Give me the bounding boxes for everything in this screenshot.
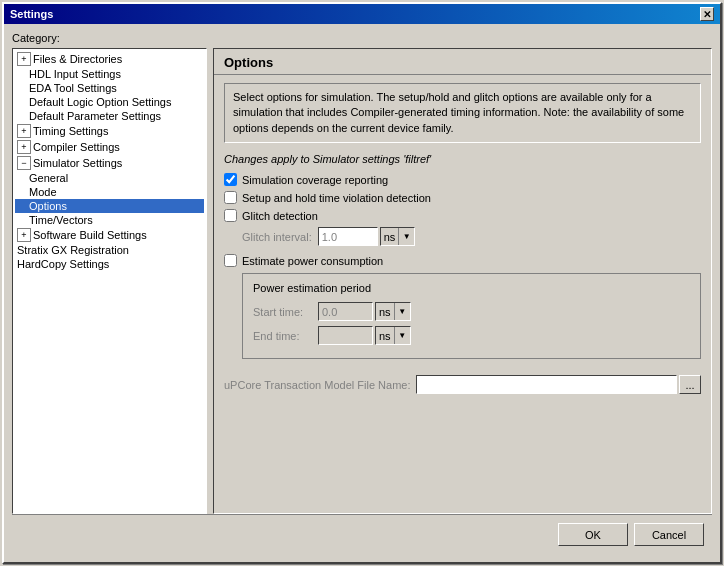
- sidebar-item-hardcopy[interactable]: HardCopy Settings: [15, 257, 204, 271]
- end-time-label: End time:: [253, 330, 318, 342]
- estimate-power-checkbox[interactable]: [224, 254, 237, 267]
- changes-label: Changes apply to Simulator settings 'fil…: [224, 153, 701, 165]
- sidebar-item-timing[interactable]: + Timing Settings: [15, 123, 204, 139]
- sidebar-item-general[interactable]: General: [15, 171, 204, 185]
- glitch-ns-label: ns: [381, 231, 399, 243]
- sidebar-item-files-dirs[interactable]: + Files & Directories: [15, 51, 204, 67]
- expand-icon[interactable]: −: [17, 156, 31, 170]
- sidebar-item-software-build[interactable]: + Software Build Settings: [15, 227, 204, 243]
- end-ns-label: ns: [376, 330, 394, 342]
- sidebar-item-label: Compiler Settings: [33, 141, 120, 153]
- setup-hold-checkbox[interactable]: [224, 191, 237, 204]
- glitch-interval-label: Glitch interval:: [242, 231, 312, 243]
- start-time-row: Start time: 0.0 ns ▼: [253, 302, 690, 321]
- expand-icon[interactable]: +: [17, 228, 31, 242]
- glitch-interval-input[interactable]: 1.0: [318, 227, 378, 246]
- dialog-body: Category: + Files & Directories HDL Inpu…: [4, 24, 720, 562]
- sidebar-item-stratix-gx[interactable]: Stratix GX Registration: [15, 243, 204, 257]
- glitch-ns-dropdown[interactable]: ns ▼: [380, 227, 416, 246]
- power-estimation-group: Power estimation period Start time: 0.0 …: [242, 273, 701, 359]
- browse-button[interactable]: ...: [679, 375, 701, 394]
- sidebar-item-label: Time/Vectors: [29, 214, 93, 226]
- sidebar-item-label: Files & Directories: [33, 53, 122, 65]
- sidebar-item-mode[interactable]: Mode: [15, 185, 204, 199]
- sidebar-item-label: Mode: [29, 186, 57, 198]
- settings-dialog: Settings ✕ Category: + Files & Directori…: [2, 2, 722, 564]
- start-ns-arrow[interactable]: ▼: [394, 303, 410, 320]
- close-button[interactable]: ✕: [700, 7, 714, 21]
- sidebar-item-label: HardCopy Settings: [17, 258, 109, 270]
- expand-icon[interactable]: +: [17, 140, 31, 154]
- sidebar-item-label: Timing Settings: [33, 125, 108, 137]
- dialog-title: Settings: [10, 8, 53, 20]
- sidebar-item-label: Software Build Settings: [33, 229, 147, 241]
- category-tree: + Files & Directories HDL Input Settings…: [12, 48, 207, 514]
- start-ns-dropdown[interactable]: ns ▼: [375, 302, 411, 321]
- sidebar-item-compiler[interactable]: + Compiler Settings: [15, 139, 204, 155]
- upcore-row: uPCore Transaction Model File Name: ...: [224, 375, 701, 394]
- content-body: Select options for simulation. The setup…: [214, 75, 711, 513]
- simulation-coverage-label: Simulation coverage reporting: [242, 174, 388, 186]
- description-box: Select options for simulation. The setup…: [224, 83, 701, 143]
- end-ns-dropdown[interactable]: ns ▼: [375, 326, 411, 345]
- upcore-label: uPCore Transaction Model File Name:: [224, 379, 410, 391]
- ok-button[interactable]: OK: [558, 523, 628, 546]
- sidebar-item-label: Default Logic Option Settings: [29, 96, 171, 108]
- expand-icon[interactable]: +: [17, 52, 31, 66]
- end-ns-arrow[interactable]: ▼: [394, 327, 410, 344]
- sidebar-item-hdl-input[interactable]: HDL Input Settings: [15, 67, 204, 81]
- start-time-input[interactable]: 0.0: [318, 302, 373, 321]
- start-ns-label: ns: [376, 306, 394, 318]
- main-area: + Files & Directories HDL Input Settings…: [12, 48, 712, 514]
- cancel-button[interactable]: Cancel: [634, 523, 704, 546]
- glitch-row: Glitch detection: [224, 209, 701, 222]
- setup-hold-row: Setup and hold time violation detection: [224, 191, 701, 204]
- category-label: Category:: [12, 32, 712, 44]
- power-group-legend: Power estimation period: [253, 282, 690, 294]
- sidebar-item-default-logic[interactable]: Default Logic Option Settings: [15, 95, 204, 109]
- glitch-label: Glitch detection: [242, 210, 318, 222]
- content-area: Options Select options for simulation. T…: [213, 48, 712, 514]
- content-title: Options: [214, 49, 711, 75]
- sidebar-item-label: EDA Tool Settings: [29, 82, 117, 94]
- setup-hold-label: Setup and hold time violation detection: [242, 192, 431, 204]
- glitch-ns-arrow[interactable]: ▼: [398, 228, 414, 245]
- estimate-power-row: Estimate power consumption: [224, 254, 701, 267]
- sidebar-item-label: General: [29, 172, 68, 184]
- glitch-interval-row: Glitch interval: 1.0 ns ▼: [242, 227, 701, 246]
- sidebar-item-label: Default Parameter Settings: [29, 110, 161, 122]
- simulation-coverage-checkbox[interactable]: [224, 173, 237, 186]
- sidebar-item-default-param[interactable]: Default Parameter Settings: [15, 109, 204, 123]
- estimate-power-label: Estimate power consumption: [242, 255, 383, 267]
- start-time-label: Start time:: [253, 306, 318, 318]
- title-bar: Settings ✕: [4, 4, 720, 24]
- sidebar-item-time-vectors[interactable]: Time/Vectors: [15, 213, 204, 227]
- end-time-input[interactable]: [318, 326, 373, 345]
- upcore-input[interactable]: [416, 375, 677, 394]
- glitch-checkbox[interactable]: [224, 209, 237, 222]
- bottom-buttons: OK Cancel: [12, 514, 712, 554]
- sidebar-item-simulator[interactable]: − Simulator Settings: [15, 155, 204, 171]
- sidebar-item-options[interactable]: Options: [15, 199, 204, 213]
- expand-icon[interactable]: +: [17, 124, 31, 138]
- sidebar-item-label: Simulator Settings: [33, 157, 122, 169]
- sidebar-item-label: Stratix GX Registration: [17, 244, 129, 256]
- sidebar-item-label: HDL Input Settings: [29, 68, 121, 80]
- description-text: Select options for simulation. The setup…: [233, 91, 684, 134]
- sidebar-item-label: Options: [29, 200, 67, 212]
- sidebar-item-eda-tool[interactable]: EDA Tool Settings: [15, 81, 204, 95]
- end-time-row: End time: ns ▼: [253, 326, 690, 345]
- simulation-coverage-row: Simulation coverage reporting: [224, 173, 701, 186]
